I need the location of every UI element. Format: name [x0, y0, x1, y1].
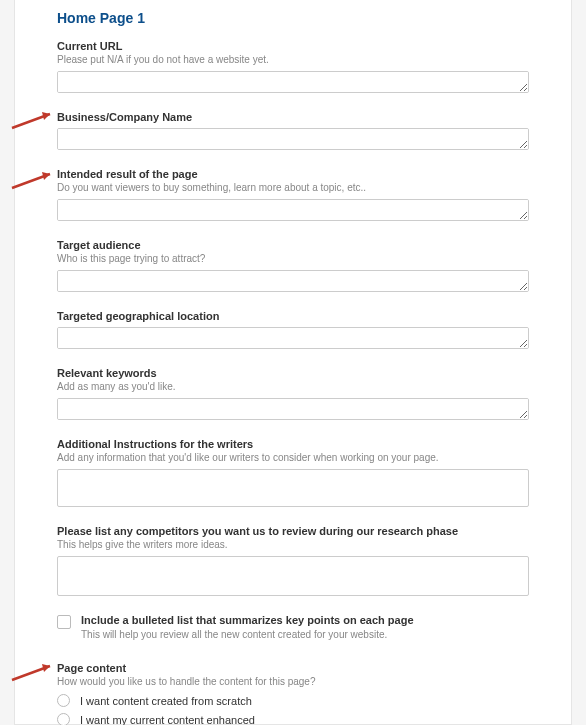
field-geo-location: Targeted geographical location: [57, 310, 529, 353]
label-competitors: Please list any competitors you want us …: [57, 525, 529, 537]
hint-current-url: Please put N/A if you do not have a webs…: [57, 53, 529, 66]
label-target-audience: Target audience: [57, 239, 529, 251]
input-keywords[interactable]: [57, 398, 529, 420]
field-competitors: Please list any competitors you want us …: [57, 525, 529, 600]
checkbox-hint-bulleted-list: This will help you review all the new co…: [81, 628, 414, 641]
hint-additional-instructions: Add any information that you'd like our …: [57, 451, 529, 464]
field-additional-instructions: Additional Instructions for the writers …: [57, 438, 529, 511]
hint-keywords: Add as many as you'd like.: [57, 380, 529, 393]
hint-page-content: How would you like us to handle the cont…: [57, 675, 529, 688]
label-keywords: Relevant keywords: [57, 367, 529, 379]
field-page-content: Page content How would you like us to ha…: [57, 662, 529, 725]
field-target-audience: Target audience Who is this page trying …: [57, 239, 529, 296]
label-intended-result: Intended result of the page: [57, 168, 529, 180]
hint-competitors: This helps give the writers more ideas.: [57, 538, 529, 551]
radio-row-scratch: I want content created from scratch: [57, 694, 529, 707]
section-title: Home Page 1: [57, 10, 529, 26]
radio-input-scratch[interactable]: [57, 694, 70, 707]
checkbox-bulleted-list: Include a bulleted list that summarizes …: [57, 614, 529, 646]
field-current-url: Current URL Please put N/A if you do not…: [57, 40, 529, 97]
input-current-url[interactable]: [57, 71, 529, 93]
checkbox-input-bulleted-list[interactable]: [57, 615, 71, 629]
field-intended-result: Intended result of the page Do you want …: [57, 168, 529, 225]
label-geo-location: Targeted geographical location: [57, 310, 529, 322]
input-business-name[interactable]: [57, 128, 529, 150]
radio-row-enhanced: I want my current content enhanced: [57, 713, 529, 725]
hint-intended-result: Do you want viewers to buy something, le…: [57, 181, 529, 194]
field-business-name: Business/Company Name: [57, 111, 529, 154]
hint-target-audience: Who is this page trying to attract?: [57, 252, 529, 265]
radio-label-scratch: I want content created from scratch: [80, 695, 252, 707]
label-business-name: Business/Company Name: [57, 111, 529, 123]
label-additional-instructions: Additional Instructions for the writers: [57, 438, 529, 450]
radio-input-enhanced[interactable]: [57, 713, 70, 725]
label-page-content: Page content: [57, 662, 529, 674]
input-target-audience[interactable]: [57, 270, 529, 292]
input-intended-result[interactable]: [57, 199, 529, 221]
form-card: Home Page 1 Current URL Please put N/A i…: [14, 0, 572, 725]
field-keywords: Relevant keywords Add as many as you'd l…: [57, 367, 529, 424]
input-competitors[interactable]: [57, 556, 529, 596]
checkbox-label-bulleted-list: Include a bulleted list that summarizes …: [81, 614, 414, 626]
input-geo-location[interactable]: [57, 327, 529, 349]
radio-label-enhanced: I want my current content enhanced: [80, 714, 255, 726]
input-additional-instructions[interactable]: [57, 469, 529, 507]
label-current-url: Current URL: [57, 40, 529, 52]
